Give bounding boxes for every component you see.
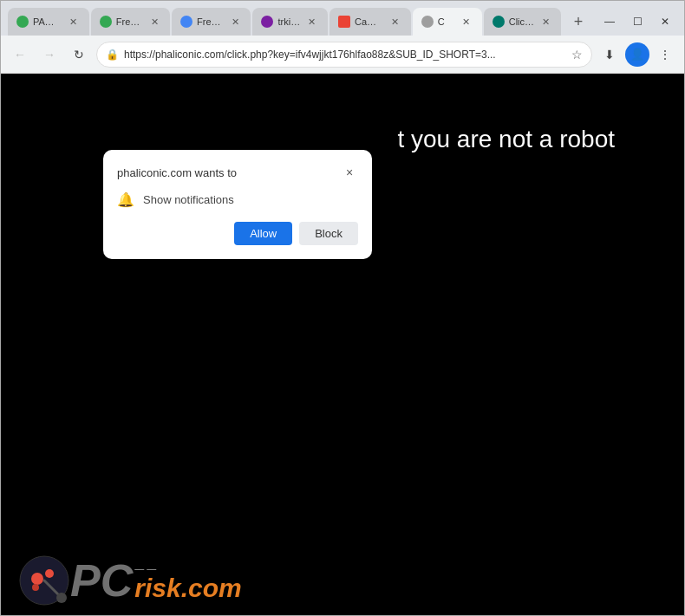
block-button[interactable]: Block bbox=[299, 222, 358, 245]
notification-dialog: phaliconic.com wants to × 🔔 Show notific… bbox=[103, 150, 372, 259]
allow-button[interactable]: Allow bbox=[234, 222, 292, 245]
maximize-button[interactable]: ☐ bbox=[625, 13, 649, 30]
tab-free2[interactable]: Free L ✕ bbox=[172, 8, 251, 36]
new-tab-button[interactable]: + bbox=[566, 10, 590, 34]
tab-click[interactable]: Click / ✕ bbox=[484, 8, 562, 36]
menu-button[interactable]: ⋮ bbox=[653, 42, 677, 67]
svg-point-5 bbox=[56, 593, 67, 603]
pc-text-icon: PC bbox=[70, 558, 133, 603]
tab-title-cam: Cam C bbox=[355, 16, 384, 27]
browser-window: PAW P ✕ Free L ✕ Free L ✕ trkind ✕ Cam C bbox=[0, 0, 685, 616]
reload-button[interactable]: ↻ bbox=[67, 42, 91, 67]
permission-label: Show notifications bbox=[143, 193, 234, 206]
svg-point-1 bbox=[31, 573, 43, 585]
tab-favicon-click bbox=[493, 16, 505, 28]
tab-close-free1[interactable]: ✕ bbox=[147, 15, 161, 29]
tab-title-free1: Free L bbox=[116, 16, 143, 27]
tab-close-paw[interactable]: ✕ bbox=[67, 15, 81, 29]
address-bar[interactable]: 🔒 https://phaliconic.com/click.php?key=i… bbox=[96, 42, 592, 68]
page-main-text: t you are not a robot bbox=[397, 126, 615, 153]
tab-title-trkind: trkind bbox=[277, 16, 300, 27]
forward-button[interactable]: → bbox=[37, 42, 62, 67]
dialog-close-button[interactable]: × bbox=[341, 164, 358, 181]
toolbar-actions: ⬇ 👤 ⋮ bbox=[597, 42, 677, 67]
svg-point-3 bbox=[32, 584, 39, 591]
tab-favicon-free2 bbox=[180, 16, 192, 28]
tab-strip: PAW P ✕ Free L ✕ Free L ✕ trkind ✕ Cam C bbox=[8, 8, 590, 36]
page-content: t you are not a robot phaliconic.com wan… bbox=[1, 74, 684, 615]
tab-favicon-free1 bbox=[100, 16, 112, 28]
profile-button[interactable]: 👤 bbox=[625, 42, 649, 67]
tab-close-free2[interactable]: ✕ bbox=[228, 15, 242, 29]
lock-icon: 🔒 bbox=[106, 49, 119, 61]
dialog-actions: Allow Block bbox=[117, 222, 358, 245]
dash-line-icon: —— bbox=[134, 564, 241, 574]
risk-text-group: —— risk.com bbox=[134, 564, 241, 603]
dialog-permission-row: 🔔 Show notifications bbox=[117, 191, 358, 208]
toolbar: ← → ↻ 🔒 https://phaliconic.com/click.php… bbox=[1, 36, 684, 74]
dialog-title: phaliconic.com wants to bbox=[117, 166, 237, 179]
tab-favicon-trkind bbox=[261, 16, 273, 28]
tab-close-active[interactable]: ✕ bbox=[460, 15, 473, 29]
watermark-text-group: PC —— risk.com bbox=[70, 558, 242, 603]
back-button[interactable]: ← bbox=[8, 42, 32, 67]
svg-point-2 bbox=[45, 569, 54, 578]
download-button[interactable]: ⬇ bbox=[597, 42, 622, 67]
tab-title-active: C bbox=[438, 16, 455, 27]
tab-close-trkind[interactable]: ✕ bbox=[305, 15, 319, 29]
tab-favicon-cam bbox=[338, 16, 350, 28]
address-text: https://phaliconic.com/click.php?key=ifv… bbox=[124, 49, 566, 61]
watermark: PC —— risk.com bbox=[18, 554, 242, 606]
dialog-header: phaliconic.com wants to × bbox=[117, 164, 358, 181]
tab-title-free2: Free L bbox=[197, 16, 224, 27]
tab-title-paw: PAW P bbox=[33, 16, 62, 27]
pcrisk-logo-icon bbox=[18, 554, 70, 606]
tab-close-cam[interactable]: ✕ bbox=[388, 15, 402, 29]
tab-favicon-active bbox=[421, 16, 434, 28]
bell-icon: 🔔 bbox=[117, 191, 134, 208]
star-icon[interactable]: ☆ bbox=[571, 48, 583, 62]
tab-trkind[interactable]: trkind ✕ bbox=[252, 8, 327, 36]
tab-active[interactable]: C ✕ bbox=[413, 8, 482, 36]
tab-title-click: Click / bbox=[509, 16, 535, 27]
tab-cam[interactable]: Cam C ✕ bbox=[329, 8, 411, 36]
tab-close-click[interactable]: ✕ bbox=[538, 15, 552, 29]
tab-paw[interactable]: PAW P ✕ bbox=[8, 8, 89, 36]
minimize-button[interactable]: — bbox=[597, 13, 622, 30]
tab-favicon-paw bbox=[16, 16, 29, 28]
close-button[interactable]: ✕ bbox=[653, 13, 677, 30]
window-controls: — ☐ ✕ bbox=[597, 13, 677, 36]
risk-com-text: risk.com bbox=[134, 574, 241, 603]
tab-free1[interactable]: Free L ✕ bbox=[91, 8, 170, 36]
title-bar: PAW P ✕ Free L ✕ Free L ✕ trkind ✕ Cam C bbox=[1, 1, 684, 36]
